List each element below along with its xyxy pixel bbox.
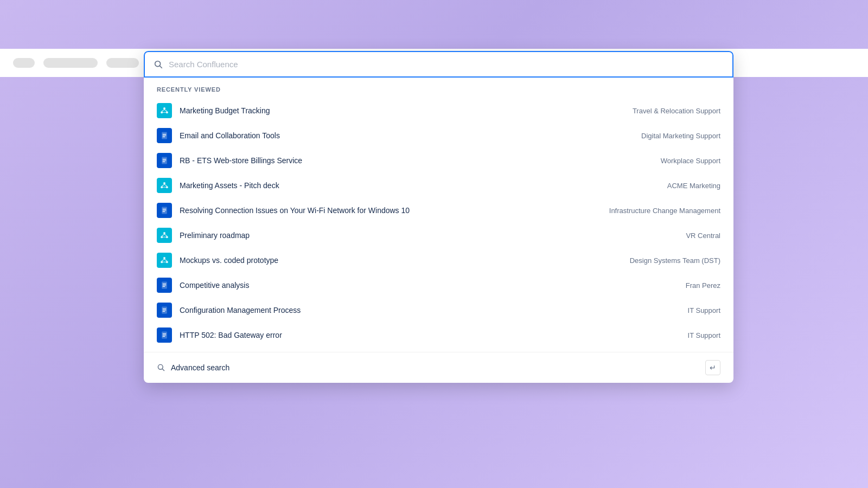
result-space: Digital Marketing Support (641, 132, 720, 140)
svg-point-32 (161, 261, 163, 263)
result-title: RB - ETS Web-store Billings Service (180, 156, 652, 165)
svg-line-5 (164, 110, 167, 111)
result-title: Mockups vs. coded prototype (180, 256, 621, 265)
result-item[interactable]: Marketing Budget TrackingTravel & Reloca… (144, 98, 733, 123)
result-title: Configuration Management Process (180, 306, 679, 314)
result-space: Infrastructure Change Management (609, 207, 720, 215)
result-item[interactable]: RB - ETS Web-store Billings ServiceWorkp… (144, 148, 733, 173)
nav-pill-2 (43, 58, 98, 68)
enter-icon: ↵ (705, 360, 720, 375)
svg-point-1 (163, 107, 165, 110)
whiteboard-icon (157, 228, 172, 243)
svg-point-15 (163, 182, 165, 184)
svg-line-28 (162, 234, 164, 236)
svg-point-16 (161, 186, 163, 188)
search-input[interactable] (169, 52, 724, 76)
page-icon (157, 303, 172, 318)
svg-line-29 (164, 234, 167, 236)
result-space: VR Central (686, 232, 720, 240)
whiteboard-icon (157, 103, 172, 118)
page-icon (157, 128, 172, 143)
dropdown-body: RECENTLY VIEWED Marketing Budget Trackin… (144, 78, 733, 383)
result-title: HTTP 502: Bad Gateway error (180, 331, 679, 339)
svg-point-31 (163, 257, 165, 259)
svg-point-49 (158, 364, 163, 369)
svg-point-17 (166, 186, 168, 188)
search-icon (154, 60, 163, 69)
result-space: Travel & Relocation Support (633, 107, 720, 115)
whiteboard-icon (157, 253, 172, 268)
svg-point-3 (166, 111, 168, 113)
recently-viewed-label: RECENTLY VIEWED (144, 86, 733, 98)
result-item[interactable]: Marketing Assets - Pitch deckACME Market… (144, 173, 733, 198)
advanced-search-label: Advanced search (171, 363, 705, 372)
svg-line-18 (162, 184, 164, 186)
whiteboard-icon (157, 178, 172, 193)
result-item[interactable]: Competitive analysisFran Perez (144, 273, 733, 298)
result-title: Competitive analysis (180, 281, 677, 290)
svg-line-34 (162, 259, 164, 261)
result-space: IT Support (688, 331, 720, 339)
result-space: IT Support (688, 306, 720, 314)
result-item[interactable]: Configuration Management ProcessIT Suppo… (144, 298, 733, 323)
advanced-search-icon (157, 363, 165, 372)
svg-point-27 (166, 236, 168, 238)
page-icon (157, 203, 172, 218)
svg-line-35 (164, 259, 167, 261)
advanced-search-row[interactable]: Advanced search ↵ (144, 352, 733, 383)
search-input-row (144, 51, 733, 78)
svg-line-19 (164, 184, 167, 186)
page-icon (157, 328, 172, 343)
result-title: Preliminary roadmap (180, 231, 677, 240)
svg-point-0 (155, 61, 161, 66)
result-space: Fran Perez (686, 281, 720, 290)
svg-point-25 (163, 232, 165, 234)
svg-point-2 (161, 111, 163, 113)
result-title: Resolving Connection Issues on Your Wi-F… (180, 206, 601, 215)
result-space: ACME Marketing (667, 182, 720, 190)
svg-point-33 (166, 261, 168, 263)
result-item[interactable]: Mockups vs. coded prototypeDesign System… (144, 248, 733, 273)
svg-line-4 (162, 110, 164, 111)
result-title: Marketing Assets - Pitch deck (180, 181, 659, 190)
svg-point-26 (161, 236, 163, 238)
result-item[interactable]: Email and Collaboration ToolsDigital Mar… (144, 123, 733, 148)
page-icon (157, 153, 172, 168)
result-title: Marketing Budget Tracking (180, 106, 624, 115)
nav-pill-1 (13, 58, 35, 68)
result-space: Workplace Support (661, 157, 720, 165)
result-item[interactable]: Preliminary roadmapVR Central (144, 223, 733, 248)
nav-pill-3 (106, 58, 139, 68)
results-list: Marketing Budget TrackingTravel & Reloca… (144, 98, 733, 348)
result-item[interactable]: HTTP 502: Bad Gateway errorIT Support (144, 323, 733, 348)
result-title: Email and Collaboration Tools (180, 131, 633, 140)
result-item[interactable]: Resolving Connection Issues on Your Wi-F… (144, 198, 733, 223)
search-dropdown: RECENTLY VIEWED Marketing Budget Trackin… (144, 51, 733, 383)
result-space: Design Systems Team (DST) (630, 256, 720, 265)
page-icon (157, 278, 172, 293)
